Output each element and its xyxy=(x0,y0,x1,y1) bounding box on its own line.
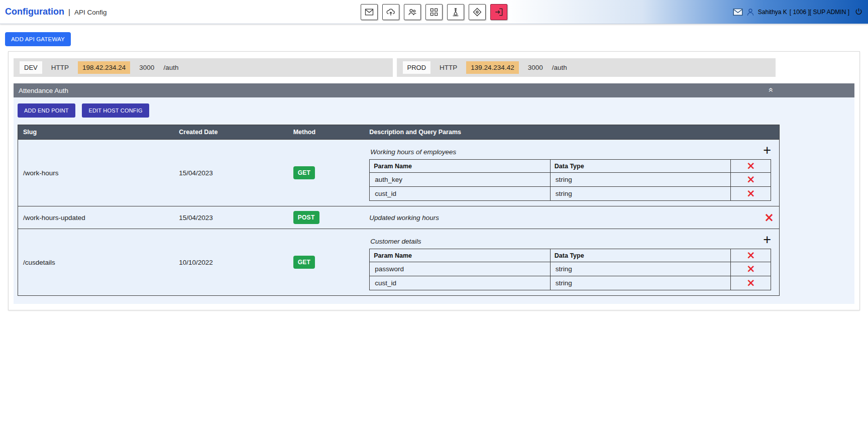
path-label: /auth xyxy=(163,64,178,71)
endpoint-created: 15/04/2023 xyxy=(174,206,288,229)
add-param-icon[interactable]: + xyxy=(763,233,773,246)
endpoint-description: Customer details xyxy=(370,233,421,245)
user-meta: [ 1006 ][ SUP ADMIN ] xyxy=(790,9,849,16)
user-name: Sahithya K xyxy=(758,9,787,16)
param-type: string xyxy=(550,276,731,290)
delete-param-icon[interactable]: × xyxy=(746,188,755,199)
user-area: Sahithya K [ 1006 ][ SUP ADMIN ] xyxy=(733,8,868,17)
power-icon[interactable] xyxy=(854,8,863,16)
method-badge: GET xyxy=(293,166,315,179)
delete-param-icon[interactable]: × xyxy=(746,174,755,185)
api-config-page: { "header": { "title": "Configuration", … xyxy=(0,0,868,436)
host-config-row: DEV HTTP 198.42.234.24 3000 /auth PROD H… xyxy=(14,58,776,77)
param-row: password string × xyxy=(370,262,771,276)
param-name-header: Param Name xyxy=(370,160,551,173)
delete-endpoint-icon[interactable]: × xyxy=(746,250,755,261)
group-header: Attendance Auth « xyxy=(14,83,854,97)
param-name: password xyxy=(370,262,551,276)
add-param-icon[interactable]: + xyxy=(763,144,773,157)
add-api-gateway-button[interactable]: ADD API GATEWAY xyxy=(5,32,71,46)
params-header-row: Param Name Data Type × xyxy=(370,160,771,173)
endpoints-table: Slug Created Date Method Description and… xyxy=(18,125,780,296)
delete-endpoint-icon[interactable]: × xyxy=(746,161,755,171)
method-badge: POST xyxy=(293,211,319,224)
host-panel-dev: DEV HTTP 198.42.234.24 3000 /auth xyxy=(14,58,393,77)
endpoint-row: /work-hours-updated 15/04/2023 POST Upda… xyxy=(18,206,780,229)
ip-address: 139.24.234.42 xyxy=(466,61,518,74)
logout-icon[interactable] xyxy=(490,4,507,20)
data-type-header: Data Type xyxy=(550,160,731,173)
params-header-row: Param Name Data Type × xyxy=(370,249,771,262)
port-label: 3000 xyxy=(528,64,543,71)
cloud-upload-icon[interactable] xyxy=(382,4,399,20)
port-label: 3000 xyxy=(139,64,154,71)
notifications-mail-icon[interactable] xyxy=(733,8,743,16)
group-title: Attendance Auth xyxy=(19,87,68,94)
topbar: Configuration | API Config xyxy=(0,0,868,24)
param-name-header: Param Name xyxy=(370,249,551,262)
breadcrumb: Configuration | API Config xyxy=(0,7,106,17)
user-info: Sahithya K [ 1006 ][ SUP ADMIN ] xyxy=(758,9,849,16)
api-gateway-card: DEV HTTP 198.42.234.24 3000 /auth PROD H… xyxy=(8,51,860,310)
delete-endpoint-icon[interactable]: × xyxy=(764,211,774,224)
endpoint-slug: /work-hours-updated xyxy=(18,206,174,229)
param-row: cust_id string × xyxy=(370,276,771,290)
env-badge: DEV xyxy=(20,61,42,74)
endpoint-description: Working hours of employees xyxy=(370,144,456,156)
col-created-date: Created Date xyxy=(174,125,288,140)
mail-icon[interactable] xyxy=(361,4,378,20)
protocol-label: HTTP xyxy=(51,64,69,71)
compass-icon[interactable] xyxy=(469,4,486,20)
title-separator: | xyxy=(68,8,70,16)
col-method: Method xyxy=(288,125,365,140)
group-body: ADD END POINT EDIT HOST CONFIG Slug Crea… xyxy=(14,97,854,304)
param-type: string xyxy=(550,173,731,187)
collapse-icon[interactable]: « xyxy=(768,88,776,91)
method-badge: GET xyxy=(293,256,315,269)
param-row: auth_key string × xyxy=(370,173,771,187)
endpoints-header-row: Slug Created Date Method Description and… xyxy=(18,125,780,140)
param-name: auth_key xyxy=(370,173,551,187)
params-table: Param Name Data Type × password string ×… xyxy=(369,249,771,290)
ip-address: 198.42.234.24 xyxy=(78,61,130,74)
param-type: string xyxy=(550,187,731,201)
page-title: Configuration xyxy=(5,7,64,17)
path-label: /auth xyxy=(552,64,567,71)
param-name: cust_id xyxy=(370,187,551,201)
endpoint-row: /work-hours 15/04/2023 GET Working hours… xyxy=(18,140,780,206)
host-panel-prod: PROD HTTP 139.24.234.42 3000 /auth xyxy=(397,58,776,77)
endpoint-slug: /cusdetails xyxy=(18,229,174,296)
env-badge: PROD xyxy=(403,61,431,74)
delete-param-icon[interactable]: × xyxy=(746,278,755,288)
add-end-point-button[interactable]: ADD END POINT xyxy=(18,103,75,118)
col-description: Description and Query Params xyxy=(364,125,779,140)
toolbar xyxy=(361,4,507,20)
endpoint-row: /cusdetails 10/10/2022 GET Customer deta… xyxy=(18,229,780,296)
param-row: cust_id string × xyxy=(370,187,771,201)
params-table: Param Name Data Type × auth_key string ×… xyxy=(369,159,771,201)
param-name: cust_id xyxy=(370,276,551,290)
modules-icon[interactable] xyxy=(425,4,443,20)
data-type-header: Data Type xyxy=(550,249,731,262)
users-icon[interactable] xyxy=(404,4,421,20)
protocol-label: HTTP xyxy=(440,64,457,71)
edit-host-config-button[interactable]: EDIT HOST CONFIG xyxy=(82,103,149,118)
delete-param-icon[interactable]: × xyxy=(746,264,755,274)
endpoint-created: 10/10/2022 xyxy=(174,229,288,296)
endpoint-slug: /work-hours xyxy=(18,140,174,206)
col-slug: Slug xyxy=(18,125,174,140)
user-icon xyxy=(746,8,755,17)
page-subtitle: API Config xyxy=(74,9,107,16)
endpoint-description: Updated working hours xyxy=(369,214,439,222)
endpoint-created: 15/04/2023 xyxy=(174,140,288,206)
param-type: string xyxy=(550,262,731,276)
flask-icon[interactable] xyxy=(447,4,464,20)
